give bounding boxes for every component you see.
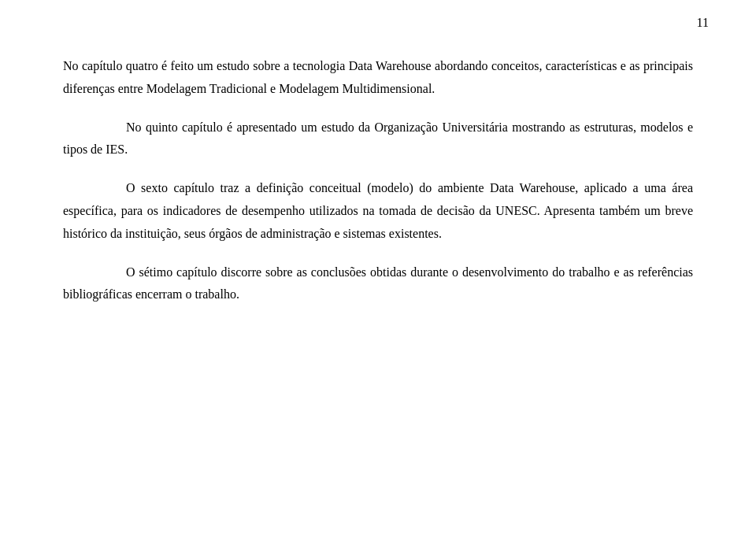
page-container: 11 No capítulo quatro é feito um estudo … [0,0,756,559]
paragraph-2: No quinto capítulo é apresentado um estu… [63,117,693,162]
paragraph-3: O sexto capítulo traz a definição concei… [63,177,693,245]
content-area: No capítulo quatro é feito um estudo sob… [63,55,693,306]
paragraph-1: No capítulo quatro é feito um estudo sob… [63,55,693,101]
paragraph-4: O sétimo capítulo discorre sobre as conc… [63,261,693,307]
page-number: 11 [697,16,709,30]
